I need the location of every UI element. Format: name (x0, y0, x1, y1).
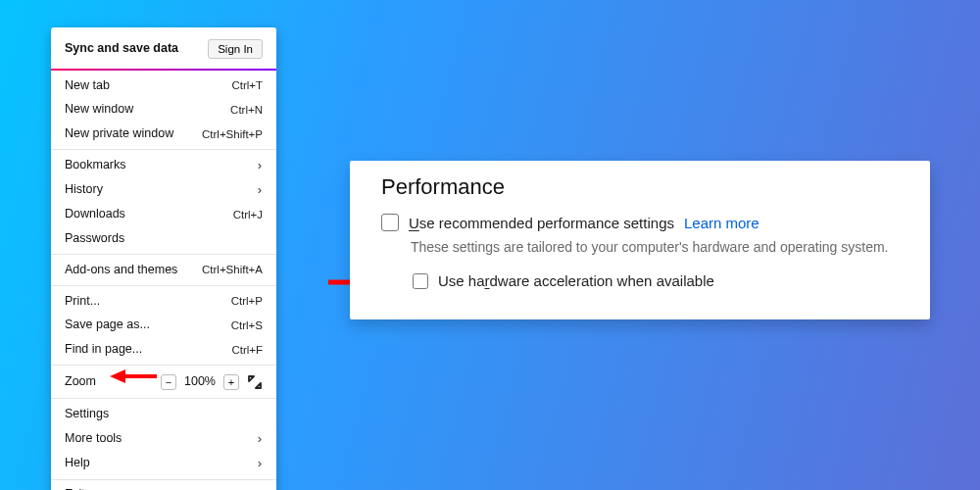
menu-history[interactable]: History › (51, 178, 276, 203)
menu-zoom: Zoom − 100% + (51, 368, 276, 395)
menu-passwords[interactable]: Passwords (51, 227, 276, 252)
menu-shortcut: Ctrl+F (231, 344, 263, 357)
menu-label: Help (65, 457, 90, 470)
menu-addons-themes[interactable]: Add-ons and themes Ctrl+Shift+A (51, 258, 276, 282)
app-menu: Sync and save data Sign In New tab Ctrl+… (51, 27, 276, 490)
fullscreen-icon[interactable] (247, 374, 263, 390)
menu-new-tab[interactable]: New tab Ctrl+T (51, 74, 276, 98)
menu-separator (51, 398, 276, 399)
menu-save-page-as[interactable]: Save page as... Ctrl+S (51, 314, 276, 338)
menu-label: Downloads (65, 208, 125, 221)
learn-more-link[interactable]: Learn more (684, 215, 760, 231)
menu-separator (51, 479, 276, 480)
zoom-value: 100% (184, 375, 216, 389)
menu-shortcut: Ctrl+Shift+P (202, 128, 263, 141)
zoom-out-button[interactable]: − (161, 374, 176, 390)
menu-downloads[interactable]: Downloads Ctrl+J (51, 203, 276, 227)
panel-description: These settings are tailored to your comp… (411, 239, 899, 255)
use-recommended-checkbox[interactable] (381, 214, 399, 231)
chevron-right-icon: › (258, 432, 263, 446)
menu-exit[interactable]: Exit Ctrl+Shift+Q (51, 483, 276, 490)
hardware-accel-label: Use hardware acceleration when available (438, 272, 714, 289)
menu-shortcut: Ctrl+T (231, 79, 263, 92)
menu-new-window[interactable]: New window Ctrl+N (51, 98, 276, 122)
menu-label: Add-ons and themes (65, 264, 177, 277)
menu-settings[interactable]: Settings (51, 402, 276, 426)
menu-shortcut: Ctrl+J (233, 209, 263, 221)
use-recommended-row[interactable]: Use recommended performance settings Lea… (381, 214, 899, 231)
menu-separator (51, 149, 276, 150)
menu-sync-save[interactable]: Sync and save data Sign In (51, 33, 276, 64)
chevron-right-icon: › (258, 183, 263, 197)
menu-shortcut: Ctrl+S (231, 319, 263, 332)
menu-separator (51, 365, 276, 366)
hardware-accel-checkbox[interactable] (413, 273, 428, 289)
hardware-accel-row[interactable]: Use hardware acceleration when available (381, 272, 899, 289)
menu-label: Print... (65, 295, 100, 309)
menu-accent-separator (51, 69, 276, 71)
menu-label: Zoom (65, 375, 96, 389)
menu-help[interactable]: Help › (51, 451, 276, 475)
menu-label: History (65, 183, 103, 197)
menu-separator (51, 285, 276, 286)
menu-shortcut: Ctrl+Shift+A (202, 264, 263, 276)
menu-shortcut: Ctrl+P (231, 295, 263, 308)
sign-in-button[interactable]: Sign In (208, 39, 263, 59)
menu-label: Find in page... (65, 343, 142, 357)
chevron-right-icon: › (258, 159, 263, 172)
menu-label: More tools (65, 432, 122, 446)
menu-new-private-window[interactable]: New private window Ctrl+Shift+P (51, 122, 276, 147)
menu-print[interactable]: Print... Ctrl+P (51, 289, 276, 314)
panel-title: Performance (381, 174, 899, 200)
menu-sync-label: Sync and save data (65, 42, 178, 56)
menu-shortcut: Ctrl+N (230, 104, 263, 117)
menu-more-tools[interactable]: More tools › (51, 426, 276, 451)
use-recommended-label: Use recommended performance settings (409, 215, 674, 231)
menu-label: New private window (65, 127, 173, 141)
menu-label: Bookmarks (65, 159, 126, 172)
chevron-right-icon: › (258, 457, 263, 470)
menu-label: New tab (65, 79, 110, 93)
menu-find-in-page[interactable]: Find in page... Ctrl+F (51, 338, 276, 363)
menu-separator (51, 254, 276, 255)
menu-label: Settings (65, 408, 109, 421)
performance-panel: Performance Use recommended performance … (350, 161, 930, 319)
menu-label: New window (65, 103, 133, 117)
menu-bookmarks[interactable]: Bookmarks › (51, 153, 276, 177)
menu-label: Save page as... (65, 318, 150, 332)
zoom-in-button[interactable]: + (223, 374, 239, 390)
menu-label: Passwords (65, 232, 124, 246)
